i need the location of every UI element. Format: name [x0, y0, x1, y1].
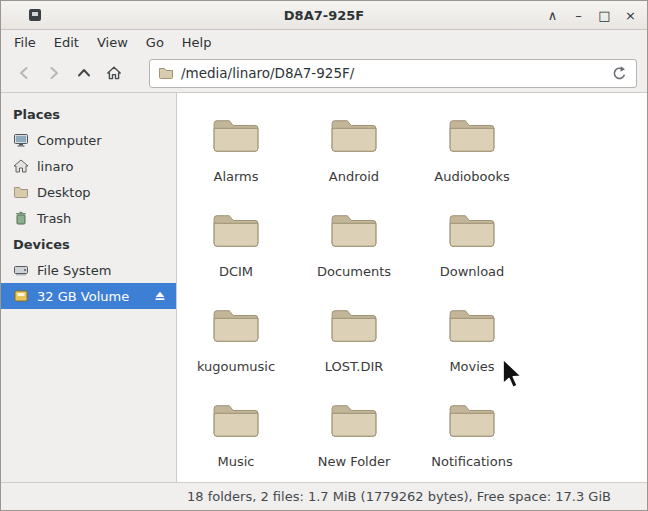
- folder-item[interactable]: kugoumusic: [177, 299, 295, 394]
- folder-icon: [447, 210, 497, 250]
- folder-label: Movies: [449, 359, 494, 374]
- forward-button[interactable]: [41, 60, 67, 86]
- sidebar-item-computer[interactable]: Computer: [1, 127, 176, 153]
- toolbar: /media/linaro/D8A7-925F/: [1, 54, 647, 93]
- folder-item[interactable]: Music: [177, 394, 295, 482]
- usb-volume-icon: [13, 288, 29, 304]
- folder-label: Android: [329, 169, 379, 184]
- trash-icon: [13, 210, 29, 226]
- folder-icon: [329, 305, 379, 345]
- menu-file[interactable]: File: [5, 33, 45, 52]
- folder-label: LOST.DIR: [325, 359, 384, 374]
- menu-view[interactable]: View: [88, 33, 137, 52]
- home-button[interactable]: [101, 60, 127, 86]
- folder-item[interactable]: DCIM: [177, 204, 295, 299]
- folder-item[interactable]: Android: [295, 109, 413, 204]
- back-icon: [16, 65, 32, 81]
- refresh-button[interactable]: [611, 65, 628, 82]
- sidebar-section-header: Places: [1, 101, 176, 127]
- folder-icon: [13, 184, 29, 200]
- sidebar-item-linaro[interactable]: linaro: [1, 153, 176, 179]
- content-area: PlacesComputerlinaroDesktopTrashDevicesF…: [1, 93, 647, 482]
- folder-label: Documents: [317, 264, 391, 279]
- sidebar-item-label: File System: [37, 263, 111, 278]
- menu-go[interactable]: Go: [137, 33, 173, 52]
- status-bar: 18 folders, 2 files: 1.7 MiB (1779262 by…: [1, 482, 647, 510]
- folder-item[interactable]: Documents: [295, 204, 413, 299]
- file-view: AlarmsAndroidAudiobooksDCIMDocumentsDown…: [177, 93, 647, 482]
- folder-label: Download: [440, 264, 505, 279]
- close-button[interactable]: ×: [622, 8, 639, 23]
- folder-item[interactable]: Movies: [413, 299, 531, 394]
- nav-buttons: [11, 60, 127, 86]
- sidebar-item-label: 32 GB Volume: [37, 289, 129, 304]
- eject-icon[interactable]: [153, 289, 167, 303]
- titlebar: D8A7-925F ∧–□×: [1, 1, 647, 30]
- home-icon: [106, 65, 122, 81]
- folder-item[interactable]: LOST.DIR: [295, 299, 413, 394]
- folder-label: Alarms: [213, 169, 258, 184]
- up-button[interactable]: [71, 60, 97, 86]
- folder-icon: [447, 115, 497, 155]
- status-text: 18 folders, 2 files: 1.7 MiB (1779262 by…: [187, 489, 611, 504]
- path-text: /media/linaro/D8A7-925F/: [181, 65, 604, 81]
- maximize-button[interactable]: □: [596, 8, 613, 23]
- folder-icon: [329, 115, 379, 155]
- folder-icon: [211, 115, 261, 155]
- folder-label: DCIM: [219, 264, 253, 279]
- folder-icon: [211, 210, 261, 250]
- harddisk-icon: [13, 262, 29, 278]
- folder-label: kugoumusic: [197, 359, 275, 374]
- sidebar-section-header: Devices: [1, 231, 176, 257]
- minimize-button[interactable]: –: [570, 8, 587, 23]
- back-button[interactable]: [11, 60, 37, 86]
- folder-icon: [158, 65, 174, 81]
- folder-icon: [447, 400, 497, 440]
- sidebar-item-label: Computer: [37, 133, 102, 148]
- folder-item[interactable]: Audiobooks: [413, 109, 531, 204]
- path-bar[interactable]: /media/linaro/D8A7-925F/: [149, 59, 637, 88]
- folder-label: Notifications: [431, 454, 512, 469]
- menu-help[interactable]: Help: [173, 33, 221, 52]
- menu-edit[interactable]: Edit: [45, 33, 88, 52]
- sidebar-item-label: linaro: [37, 159, 73, 174]
- file-manager-window: D8A7-925F ∧–□× FileEditViewGoHelp /media…: [0, 0, 648, 511]
- folder-icon: [447, 305, 497, 345]
- folder-label: New Folder: [318, 454, 391, 469]
- folder-grid: AlarmsAndroidAudiobooksDCIMDocumentsDown…: [177, 93, 647, 482]
- window-controls: ∧–□×: [544, 1, 639, 29]
- folder-label: Audiobooks: [434, 169, 509, 184]
- sidebar-item-32-gb-volume[interactable]: 32 GB Volume: [1, 283, 176, 309]
- folder-item[interactable]: Download: [413, 204, 531, 299]
- menubar: FileEditViewGoHelp: [1, 30, 647, 54]
- folder-item[interactable]: Alarms: [177, 109, 295, 204]
- home-folder-icon: [13, 158, 29, 174]
- folder-icon: [211, 400, 261, 440]
- up-icon: [76, 65, 92, 81]
- sidebar: PlacesComputerlinaroDesktopTrashDevicesF…: [1, 93, 177, 482]
- folder-item[interactable]: New Folder: [295, 394, 413, 482]
- sidebar-item-desktop[interactable]: Desktop: [1, 179, 176, 205]
- folder-icon: [329, 400, 379, 440]
- sidebar-item-trash[interactable]: Trash: [1, 205, 176, 231]
- computer-icon: [13, 132, 29, 148]
- window-icon: [27, 7, 43, 23]
- shade-button[interactable]: ∧: [544, 8, 561, 23]
- forward-icon: [46, 65, 62, 81]
- sidebar-item-file-system[interactable]: File System: [1, 257, 176, 283]
- folder-label: Music: [218, 454, 255, 469]
- folder-icon: [329, 210, 379, 250]
- folder-item[interactable]: Notifications: [413, 394, 531, 482]
- folder-icon: [211, 305, 261, 345]
- sidebar-item-label: Trash: [37, 211, 71, 226]
- sidebar-item-label: Desktop: [37, 185, 91, 200]
